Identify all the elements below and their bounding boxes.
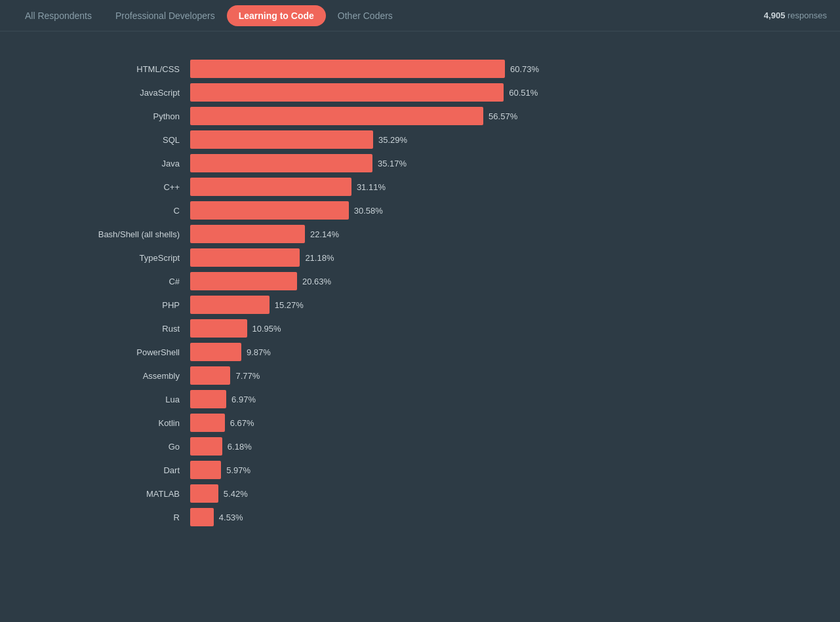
- bar-row: TypeScript21.18%: [26, 246, 801, 269]
- bar-track: 7.77%: [190, 366, 801, 385]
- bar-label: C#: [26, 277, 190, 286]
- bar-label: Rust: [26, 324, 190, 334]
- bar-label: R: [26, 513, 190, 522]
- bar-track: 31.11%: [190, 178, 801, 196]
- tab-all-respondents[interactable]: All Respondents: [13, 5, 104, 26]
- bar-row: C++31.11%: [26, 176, 801, 198]
- bar-track: 5.42%: [190, 484, 801, 503]
- bar-pct: 60.51%: [509, 88, 538, 98]
- bar-fill: [190, 414, 225, 432]
- bar-track: 9.87%: [190, 343, 801, 361]
- bar-fill: [190, 201, 349, 220]
- bar-pct: 7.77%: [235, 371, 260, 381]
- response-count-number: 4,905: [764, 10, 786, 20]
- bar-row: Bash/Shell (all shells)22.14%: [26, 223, 801, 245]
- bar-fill: [190, 225, 305, 243]
- chart-container: HTML/CSS60.73%JavaScript60.51%Python56.5…: [0, 31, 840, 556]
- bar-label: MATLAB: [26, 489, 190, 499]
- bar-pct: 5.97%: [226, 465, 250, 475]
- bar-row: Go6.18%: [26, 435, 801, 457]
- bar-row: Rust10.95%: [26, 317, 801, 340]
- bar-row: PowerShell9.87%: [26, 341, 801, 363]
- bar-pct: 15.27%: [275, 300, 304, 310]
- bar-fill: [190, 178, 351, 196]
- tab-bar: All Respondents Professional Developers …: [0, 0, 840, 31]
- bar-label: TypeScript: [26, 253, 190, 263]
- bar-fill: [190, 343, 241, 361]
- bar-row: JavaScript60.51%: [26, 81, 801, 104]
- bar-pct: 9.87%: [247, 347, 271, 357]
- tab-learning-to-code[interactable]: Learning to Code: [227, 5, 326, 26]
- bar-row: Lua6.97%: [26, 388, 801, 410]
- bar-label: C: [26, 206, 190, 216]
- bar-fill: [190, 248, 300, 267]
- bar-pct: 6.67%: [230, 418, 254, 428]
- bar-pct: 10.95%: [252, 324, 281, 334]
- bar-track: 10.95%: [190, 319, 801, 338]
- bar-label: SQL: [26, 135, 190, 145]
- bar-row: SQL35.29%: [26, 128, 801, 151]
- tab-other-coders[interactable]: Other Coders: [326, 5, 405, 26]
- bar-pct: 56.57%: [489, 111, 517, 121]
- bar-row: Assembly7.77%: [26, 364, 801, 387]
- bar-pct: 30.58%: [354, 206, 383, 216]
- bar-label: PowerShell: [26, 347, 190, 357]
- bar-pct: 4.53%: [219, 513, 243, 522]
- bar-pct: 20.63%: [302, 277, 331, 286]
- bar-fill: [190, 390, 226, 408]
- bar-pct: 6.97%: [231, 395, 256, 404]
- bar-pct: 35.17%: [378, 159, 407, 168]
- bar-label: Kotlin: [26, 418, 190, 428]
- bar-track: 60.73%: [190, 60, 801, 78]
- bar-track: 22.14%: [190, 225, 801, 243]
- bar-pct: 35.29%: [378, 135, 407, 145]
- bar-label: PHP: [26, 300, 190, 310]
- bar-row: C#20.63%: [26, 270, 801, 292]
- bar-track: 60.51%: [190, 83, 801, 102]
- bar-label: Go: [26, 442, 190, 452]
- bar-pct: 31.11%: [357, 182, 386, 192]
- bar-row: Kotlin6.67%: [26, 412, 801, 434]
- bar-track: 15.27%: [190, 296, 801, 314]
- bar-row: Dart5.97%: [26, 459, 801, 481]
- response-count: 4,905 responses: [764, 10, 827, 20]
- bar-row: Java35.17%: [26, 152, 801, 174]
- bar-fill: [190, 508, 214, 526]
- bar-track: 56.57%: [190, 107, 801, 125]
- bar-label: Dart: [26, 465, 190, 475]
- bar-track: 4.53%: [190, 508, 801, 526]
- bar-row: PHP15.27%: [26, 294, 801, 316]
- bar-label: Lua: [26, 395, 190, 404]
- bar-fill: [190, 272, 297, 290]
- bar-row: MATLAB5.42%: [26, 482, 801, 505]
- bar-track: 5.97%: [190, 461, 801, 479]
- bar-pct: 21.18%: [305, 253, 334, 263]
- bar-fill: [190, 319, 247, 338]
- bar-fill: [190, 366, 230, 385]
- bar-fill: [190, 437, 222, 456]
- bar-label: Python: [26, 111, 190, 121]
- bar-fill: [190, 296, 270, 314]
- bar-label: HTML/CSS: [26, 64, 190, 74]
- bar-track: 21.18%: [190, 248, 801, 267]
- bar-track: 6.97%: [190, 390, 801, 408]
- bar-track: 35.29%: [190, 130, 801, 149]
- bar-label: Java: [26, 159, 190, 168]
- bar-fill: [190, 60, 505, 78]
- bar-track: 35.17%: [190, 154, 801, 172]
- bar-pct: 60.73%: [510, 64, 539, 74]
- response-count-label: responses: [788, 10, 827, 20]
- bar-fill: [190, 154, 372, 172]
- bar-label: Bash/Shell (all shells): [26, 229, 190, 239]
- bar-row: Python56.57%: [26, 105, 801, 127]
- bar-row: C30.58%: [26, 199, 801, 222]
- bar-fill: [190, 83, 504, 102]
- bar-pct: 5.42%: [224, 489, 248, 499]
- bar-fill: [190, 461, 221, 479]
- bar-fill: [190, 130, 373, 149]
- bar-fill: [190, 484, 218, 503]
- tab-professional-developers[interactable]: Professional Developers: [104, 5, 227, 26]
- bar-track: 6.67%: [190, 414, 801, 432]
- bar-label: JavaScript: [26, 88, 190, 98]
- bar-fill: [190, 107, 483, 125]
